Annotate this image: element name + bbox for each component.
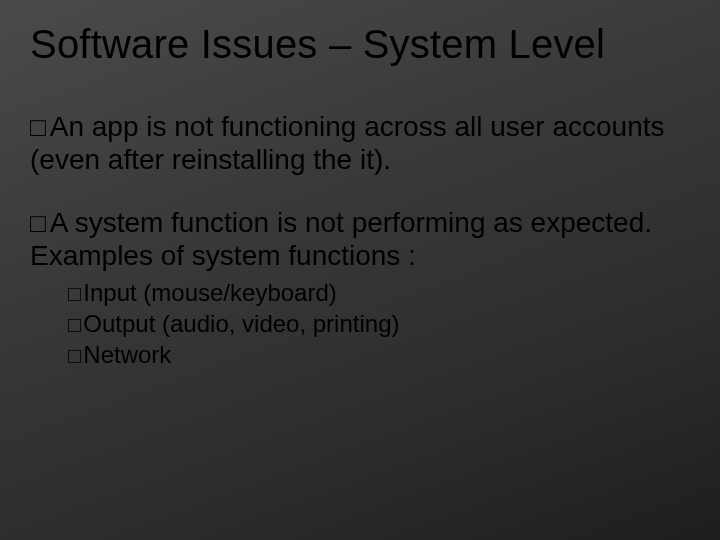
- square-bullet-icon: □: [30, 208, 46, 239]
- bullet-item: □A system function is not performing as …: [30, 206, 680, 370]
- square-bullet-icon: □: [30, 112, 46, 143]
- square-bullet-icon: □: [68, 280, 81, 308]
- bullet-text-lead: A: [50, 207, 67, 238]
- bullet-text: app is not functioning across all user a…: [30, 111, 665, 175]
- square-bullet-icon: □: [68, 311, 81, 339]
- sub-bullet-item: □Output (audio, video, printing): [68, 309, 680, 340]
- bullet-item: □An app is not functioning across all us…: [30, 110, 680, 176]
- sub-bullet-item: □Input (mouse/keyboard): [68, 278, 680, 309]
- slide: Software Issues – System Level □An app i…: [0, 0, 720, 540]
- sub-bullet-text: Input (mouse/keyboard): [83, 279, 336, 306]
- square-bullet-icon: □: [68, 342, 81, 370]
- slide-title: Software Issues – System Level: [30, 22, 605, 67]
- sub-bullet-text: Output (audio, video, printing): [83, 310, 399, 337]
- slide-body: □An app is not functioning across all us…: [30, 110, 680, 400]
- sub-bullet-text: Network: [83, 341, 171, 368]
- bullet-text-lead: An: [50, 111, 84, 142]
- sub-bullet-item: □Network: [68, 340, 680, 371]
- bullet-text: system function is not performing as exp…: [30, 207, 652, 271]
- sub-bullet-group: □Input (mouse/keyboard) □Output (audio, …: [68, 278, 680, 370]
